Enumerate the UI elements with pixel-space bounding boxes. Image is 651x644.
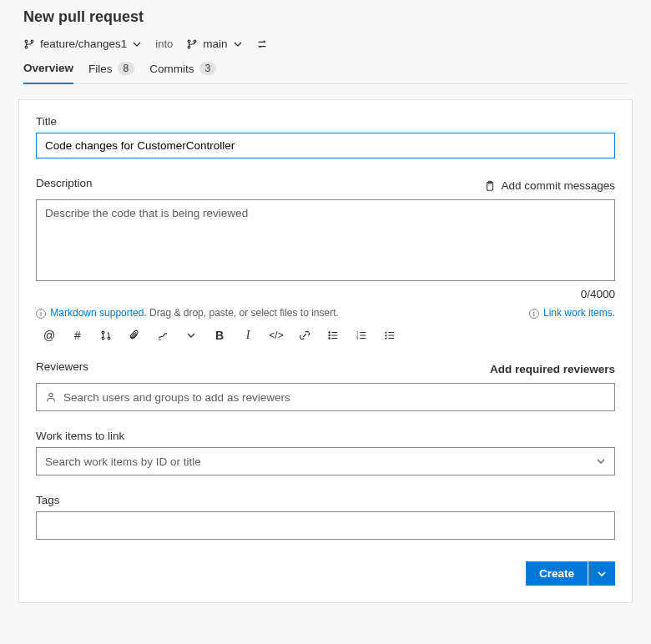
svg-text:3: 3: [356, 336, 359, 340]
chevron-down-icon: [132, 39, 142, 49]
add-required-reviewers-button[interactable]: Add required reviewers: [490, 363, 615, 375]
tab-label: Overview: [23, 62, 73, 74]
branch-icon: [23, 38, 35, 50]
branch-icon: [100, 330, 112, 341]
svg-point-8: [102, 331, 104, 334]
svg-point-12: [329, 335, 330, 335]
link-work-items-hint: i Link work items.: [529, 307, 615, 319]
svg-point-11: [329, 332, 330, 333]
svg-point-3: [188, 40, 190, 43]
source-branch-picker[interactable]: feature/changes1: [23, 38, 142, 50]
tab-files[interactable]: Files 8: [88, 62, 134, 83]
description-input[interactable]: [36, 199, 615, 281]
target-branch-picker[interactable]: main: [186, 38, 242, 50]
pr-ref-button[interactable]: [99, 329, 113, 342]
tags-label: Tags: [36, 494, 615, 506]
work-items-placeholder: Search work items by ID or title: [45, 455, 201, 468]
bullet-list-button[interactable]: [326, 329, 340, 342]
tab-commits[interactable]: Commits 3: [149, 62, 216, 83]
title-input[interactable]: [36, 133, 615, 158]
branch-icon: [186, 38, 198, 50]
description-label: Description: [36, 177, 93, 189]
info-icon: i: [36, 309, 46, 319]
work-items-input[interactable]: Search work items by ID or title: [36, 447, 615, 475]
reviewers-input[interactable]: Search users and groups to add as review…: [36, 383, 615, 411]
bold-icon: B: [215, 329, 224, 342]
form-panel: Title Description Add commit messages 0/…: [18, 99, 633, 603]
svg-point-5: [194, 40, 196, 43]
tags-input[interactable]: [36, 511, 615, 540]
bullet-list-icon: [327, 330, 339, 341]
at-icon: @: [43, 329, 55, 342]
hash-button[interactable]: #: [71, 329, 84, 342]
clipboard-icon: [484, 180, 496, 192]
svg-point-10: [108, 337, 110, 340]
add-commit-messages-button[interactable]: Add commit messages: [484, 179, 615, 192]
person-icon: [45, 391, 57, 403]
link-icon: [299, 330, 310, 341]
drag-drop-hint: Drag & drop, paste, or select files to i…: [149, 307, 339, 319]
tab-label: Commits: [149, 63, 194, 75]
checklist-icon: [384, 330, 396, 341]
reviewers-placeholder: Search users and groups to add as review…: [63, 391, 290, 404]
char-counter: 0/4000: [36, 288, 615, 300]
svg-point-9: [102, 337, 104, 340]
italic-button[interactable]: I: [241, 329, 255, 342]
number-list-button[interactable]: 123: [355, 329, 368, 342]
markdown-supported-link[interactable]: Markdown supported.: [50, 307, 146, 319]
chevron-down-icon: [233, 39, 243, 49]
tabs: Overview Files 8 Commits 3: [23, 62, 628, 84]
code-button[interactable]: </>: [270, 329, 283, 342]
svg-point-0: [25, 40, 28, 43]
svg-point-2: [31, 40, 33, 43]
add-commit-label: Add commit messages: [501, 179, 615, 192]
bold-button[interactable]: B: [213, 329, 226, 342]
svg-point-13: [329, 338, 330, 339]
mention-button[interactable]: @: [43, 329, 56, 342]
signature-button[interactable]: [156, 329, 169, 342]
pen-icon: [157, 330, 169, 341]
branch-selector-row: feature/changes1 into main: [23, 38, 628, 50]
code-icon: </>: [269, 330, 283, 341]
target-branch-name: main: [203, 38, 227, 50]
reviewers-label: Reviewers: [36, 360, 88, 373]
info-icon: i: [529, 309, 539, 319]
svg-point-4: [188, 46, 190, 48]
italic-icon: I: [246, 329, 250, 342]
files-count-badge: 8: [118, 62, 135, 75]
page-title: New pull request: [23, 8, 628, 26]
chevron-down-icon: [597, 569, 607, 579]
link-work-items-link[interactable]: Link work items.: [543, 307, 615, 319]
tab-label: Files: [88, 63, 113, 75]
toolbar-dropdown[interactable]: [184, 329, 198, 342]
paperclip-icon: [129, 330, 140, 341]
attach-button[interactable]: [128, 329, 141, 342]
number-list-icon: 123: [356, 330, 367, 341]
chevron-down-icon: [596, 456, 606, 466]
markdown-hint: i Markdown supported. Drag & drop, paste…: [36, 307, 339, 319]
create-split-button[interactable]: [588, 561, 615, 586]
tab-overview[interactable]: Overview: [23, 62, 73, 84]
chevron-down-icon: [186, 330, 196, 340]
create-button[interactable]: Create: [526, 561, 588, 586]
commits-count-badge: 3: [199, 62, 217, 75]
source-branch-name: feature/changes1: [40, 38, 127, 50]
editor-toolbar: @ # B I </> 123: [36, 329, 615, 342]
svg-point-1: [25, 46, 28, 48]
into-label: into: [155, 38, 173, 50]
link-button[interactable]: [298, 329, 311, 342]
svg-point-17: [49, 393, 53, 396]
swap-icon: [256, 38, 268, 50]
title-label: Title: [36, 115, 615, 128]
work-items-label: Work items to link: [36, 430, 615, 442]
checklist-button[interactable]: [383, 329, 396, 342]
hash-icon: #: [74, 329, 81, 342]
swap-branches-button[interactable]: [256, 38, 268, 50]
